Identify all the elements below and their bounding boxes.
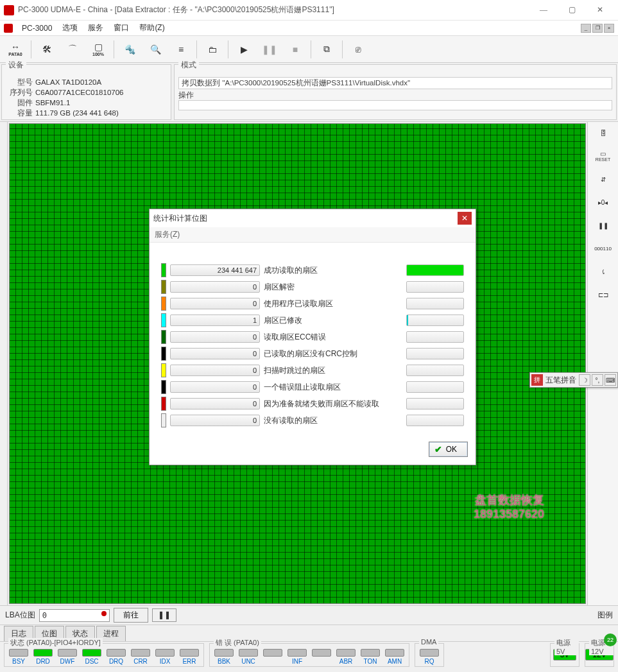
stat-proportion-bar	[406, 381, 464, 393]
dialog-close-button[interactable]: ✕	[458, 212, 472, 225]
led-label: DRD	[36, 658, 50, 665]
scale-icon: ⌒	[68, 44, 77, 55]
stat-color-swatch	[161, 313, 166, 327]
reset-button[interactable]: ▭RESET	[593, 148, 614, 164]
stop-icon: ■	[293, 44, 298, 55]
left-edge-panel	[0, 122, 8, 605]
right-tools-panel: 🗄 ▭RESET ⇵ ▸0◂ ❚❚ 000110 ⤹ ⊏⊐	[587, 122, 618, 605]
led-box: INF	[286, 649, 309, 665]
percent-button[interactable]: ▢100%	[85, 38, 111, 61]
pause-button[interactable]: ❚❚	[257, 38, 282, 61]
jumper-button[interactable]: ⇵	[593, 171, 614, 187]
window-title: PC-3000 UDMA-E - China - [Data Extractor…	[18, 4, 529, 15]
mdi-restore-button[interactable]: ❐	[592, 24, 603, 33]
ime-label: 五笔拼音	[544, 375, 578, 386]
model-value: GALAX TA1D0120A	[35, 77, 101, 87]
stat-label: 已读取的扇区没有CRC控制	[264, 349, 402, 359]
ime-punct-button[interactable]: °,	[592, 374, 603, 386]
toolbar-separator	[228, 40, 228, 58]
mode-box-title: 模式	[178, 60, 199, 71]
dma-led	[420, 649, 439, 657]
mdi-minimize-button[interactable]: _	[581, 24, 591, 33]
zero-button[interactable]: ▸0◂	[593, 194, 614, 211]
play-button[interactable]: ▶	[231, 38, 257, 61]
stat-proportion-bar	[406, 314, 464, 326]
scale-button[interactable]: ⌒	[60, 38, 85, 61]
status-state-title: 状态 (PATA0)-[PIO4+IORDY]	[8, 638, 103, 648]
box-icon: ▢	[94, 42, 103, 52]
copy-button[interactable]: ⧉	[314, 38, 339, 61]
menu-services[interactable]: 服务	[83, 21, 108, 35]
led-box: DRD	[31, 649, 55, 665]
serial-value: C6A0077A1CEC01810706	[35, 87, 123, 98]
stack-button[interactable]: ≡	[168, 38, 194, 61]
dialog-titlebar[interactable]: 统计和计算位图 ✕	[150, 209, 476, 227]
led-box: TON	[359, 649, 382, 665]
binoculars-icon: 🔍	[150, 44, 161, 55]
pause2-button[interactable]: ❚❚	[593, 217, 614, 234]
connector-button[interactable]: ⊏⊐	[593, 286, 614, 303]
fw-value: SBFM91.1	[35, 98, 70, 108]
ok-label: OK	[446, 445, 457, 454]
led-label: DWF	[60, 658, 75, 665]
ime-icon[interactable]: 拼	[531, 374, 543, 386]
dialog-ok-button[interactable]: ✔OK	[429, 442, 468, 457]
stop-button[interactable]: ■	[282, 38, 308, 61]
exit-button[interactable]: ⤹	[593, 263, 614, 280]
capacity-value: 111.79 GB (234 441 648)	[35, 108, 119, 118]
goto-button[interactable]: 前往	[114, 608, 148, 623]
status-bar: 状态 (PATA0)-[PIO4+IORDY] BSYDRDDWFDSCDRQC…	[0, 641, 618, 672]
menu-window[interactable]: 窗口	[108, 21, 134, 35]
lba-input[interactable]: 0	[39, 609, 110, 622]
menu-options[interactable]: 选项	[57, 21, 83, 35]
window-close-button[interactable]: ✕	[586, 1, 614, 20]
led-indicator	[288, 649, 307, 657]
stat-label: 没有读取的扇区	[264, 415, 402, 426]
stat-row: 0已读取的扇区没有CRC控制	[161, 345, 464, 362]
ime-keyboard-button[interactable]: ⌨	[605, 374, 616, 386]
stat-proportion-bar	[406, 281, 464, 293]
window-maximize-button[interactable]: ▢	[558, 1, 586, 20]
binary-button[interactable]: 000110	[593, 240, 614, 257]
nav-pause-button[interactable]: ❚❚	[152, 608, 176, 622]
mdi-close-button[interactable]: ×	[604, 24, 614, 33]
ime-floating-bar[interactable]: 拼 五笔拼音 ☽ °, ⌨	[529, 372, 618, 388]
stat-row: 0一个错误阻止读取扇区	[161, 379, 464, 395]
capacity-label: 容量	[6, 108, 33, 118]
stat-color-swatch	[161, 413, 166, 427]
screw-button[interactable]: 🔩	[117, 38, 142, 61]
stat-value-bar: 0	[170, 415, 260, 426]
slider-button[interactable]: ⎚	[345, 38, 371, 61]
led-indicator	[385, 649, 404, 657]
menu-help[interactable]: 帮助(Z)	[134, 21, 169, 35]
disk-icon-button[interactable]: 🗄	[593, 125, 614, 141]
stat-row: 0扫描时跳过的扇区	[161, 362, 464, 379]
folder-button[interactable]: 🗀	[200, 38, 225, 61]
dialog-footer: ✔OK	[150, 436, 476, 465]
watermark-line1: 盘首数据恢复	[474, 493, 544, 507]
dialog-menu-services[interactable]: 服务(Z)	[150, 227, 476, 243]
stat-color-swatch	[161, 297, 166, 311]
binoculars-button[interactable]: 🔍	[142, 38, 168, 61]
stat-row: 234 441 647成功读取的扇区	[161, 262, 464, 279]
channel-button[interactable]: ↔ PATA0	[3, 38, 28, 61]
tools-button[interactable]: 🛠	[34, 38, 60, 61]
window-minimize-button[interactable]: —	[529, 1, 558, 20]
stat-value-bar: 0	[170, 331, 260, 343]
stat-proportion-bar	[406, 298, 464, 309]
menubar: PC-3000 选项 服务 窗口 帮助(Z) _ ❐ ×	[0, 21, 618, 36]
led-indicator	[131, 649, 150, 657]
menu-pc3000[interactable]: PC-3000	[17, 22, 57, 34]
led-label: CRR	[133, 658, 148, 665]
operation-label: 操作	[178, 90, 612, 100]
led-label: ABR	[339, 658, 353, 665]
stats-dialog: 统计和计算位图 ✕ 服务(Z) 234 441 647成功读取的扇区0扇区解密0…	[149, 209, 476, 465]
legend-button[interactable]: 图例	[597, 610, 613, 621]
status-error-title: 错 误 (PATA0)	[214, 638, 261, 648]
led-indicator	[239, 649, 258, 657]
ime-mode-button[interactable]: ☽	[579, 374, 590, 386]
stat-row: 0读取扇区ECC错误	[161, 329, 464, 345]
stat-color-swatch	[161, 380, 166, 394]
watermark: 盘首数据恢复 18913587620	[474, 493, 544, 521]
stat-color-swatch	[161, 397, 166, 411]
